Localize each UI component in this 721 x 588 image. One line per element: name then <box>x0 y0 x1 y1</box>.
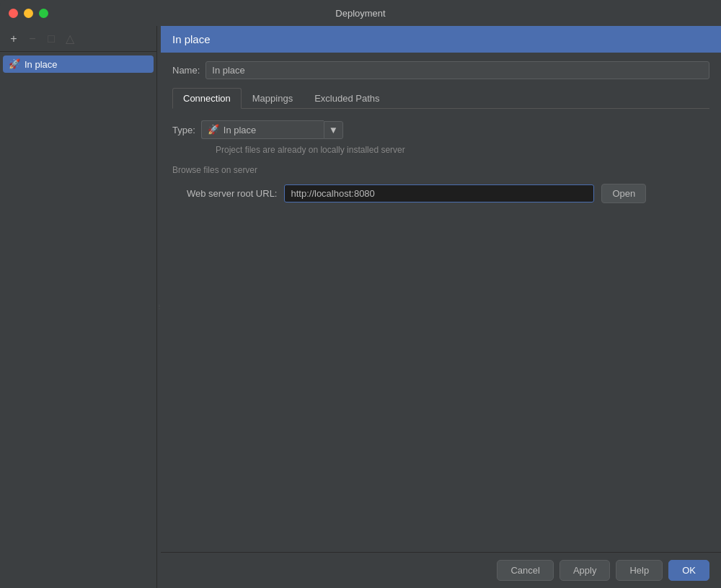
server-icon: 🚀 <box>9 58 20 70</box>
main-content: + − □ △ 🚀 In place ⋮ <box>0 26 721 588</box>
type-description: Project files are already on locally ins… <box>172 145 709 155</box>
ok-button[interactable]: OK <box>668 560 709 581</box>
panel-content: Name: Connection Mappings Excluded Paths <box>161 53 721 552</box>
copy-icon: □ <box>48 32 55 45</box>
type-select-value: In place <box>224 125 257 135</box>
url-row: Web server root URL: Open <box>172 184 709 203</box>
type-dropdown-button[interactable]: ▼ <box>324 121 343 139</box>
sidebar-item-in-place[interactable]: 🚀 In place <box>3 55 154 73</box>
help-button[interactable]: Help <box>616 560 663 581</box>
cancel-label: Cancel <box>510 565 539 576</box>
url-input[interactable] <box>284 184 594 202</box>
type-select[interactable]: 🚀 In place <box>201 120 324 139</box>
type-select-wrapper: 🚀 In place ▼ <box>201 120 343 139</box>
tab-bar: Connection Mappings Excluded Paths <box>172 88 709 109</box>
move-server-button[interactable]: △ <box>62 31 78 47</box>
titlebar: Deployment <box>0 0 721 26</box>
sidebar: + − □ △ 🚀 In place <box>0 26 157 588</box>
tab-excluded-paths[interactable]: Excluded Paths <box>304 88 390 109</box>
open-button-label: Open <box>612 188 635 199</box>
name-row: Name: <box>172 61 709 79</box>
tab-mappings[interactable]: Mappings <box>242 88 304 109</box>
panel-header-title: In place <box>172 33 211 45</box>
type-label: Type: <box>172 125 195 135</box>
help-label: Help <box>629 565 649 576</box>
move-icon: △ <box>66 32 74 45</box>
name-input[interactable] <box>205 61 709 79</box>
main-window: Deployment + − □ △ 🚀 <box>0 0 721 588</box>
name-label: Name: <box>172 65 200 76</box>
cancel-button[interactable]: Cancel <box>497 560 553 581</box>
plus-icon: + <box>10 32 17 45</box>
ok-label: OK <box>682 565 696 576</box>
tab-excluded-paths-label: Excluded Paths <box>314 93 379 104</box>
remove-server-button[interactable]: − <box>25 31 40 47</box>
tab-connection[interactable]: Connection <box>172 88 242 109</box>
copy-server-button[interactable]: □ <box>43 31 59 47</box>
apply-button[interactable]: Apply <box>559 560 611 581</box>
chevron-down-icon: ▼ <box>329 125 338 135</box>
type-row: Type: 🚀 In place ▼ <box>172 120 709 139</box>
maximize-button[interactable] <box>39 9 48 18</box>
add-server-button[interactable]: + <box>6 31 22 47</box>
minus-icon: − <box>29 32 35 45</box>
tab-connection-label: Connection <box>183 93 231 104</box>
sidebar-toolbar: + − □ △ <box>0 26 156 52</box>
panel-header: In place <box>161 26 721 53</box>
close-button[interactable] <box>9 9 18 18</box>
bottom-bar: Cancel Apply Help OK <box>161 552 721 588</box>
tab-mappings-label: Mappings <box>252 93 293 104</box>
apply-label: Apply <box>573 565 597 576</box>
sidebar-item-label: In place <box>25 59 58 70</box>
url-label: Web server root URL: <box>187 188 277 199</box>
sidebar-list: 🚀 In place <box>0 52 156 588</box>
browse-section-label: Browse files on server <box>172 165 709 175</box>
window-controls <box>9 9 48 18</box>
right-panel: In place Name: Connection Mappings <box>161 26 721 588</box>
connection-tab-content: Type: 🚀 In place ▼ Project files <box>172 120 709 203</box>
open-button[interactable]: Open <box>601 184 646 203</box>
minimize-button[interactable] <box>24 9 33 18</box>
window-title: Deployment <box>335 8 385 19</box>
type-select-icon: 🚀 <box>208 124 219 135</box>
